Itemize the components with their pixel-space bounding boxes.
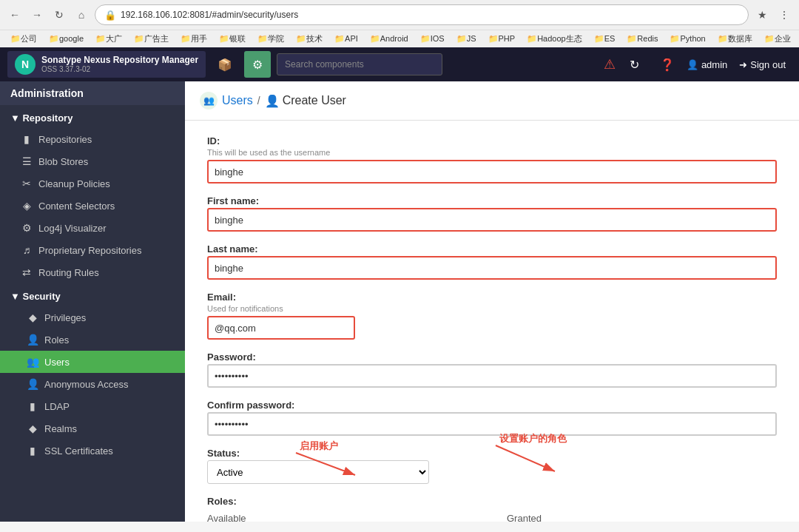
breadcrumb-separator: / <box>257 95 260 107</box>
roles-header: Roles: <box>207 496 777 507</box>
main-layout: Administration ▼ Repository ▮ Repositori… <box>0 81 799 522</box>
sign-out-label: Sign out <box>750 59 786 70</box>
routing-label: Routing Rules <box>38 267 99 278</box>
sidebar-item-repositories[interactable]: ▮ Repositories <box>0 128 185 150</box>
id-input[interactable] <box>207 160 777 183</box>
id-hint: This will be used as the username <box>207 148 777 157</box>
sidebar: Administration ▼ Repository ▮ Repositori… <box>0 81 185 522</box>
username: admin <box>701 59 727 70</box>
ldap-icon: ▮ <box>27 400 38 412</box>
status-field-group: Status: Active Disabled 启 <box>207 448 777 484</box>
header-right: ⚠ ↻ ❓ 👤 admin ➜ Sign out <box>604 51 792 78</box>
users-icon: 👥 <box>27 356 38 368</box>
sidebar-item-routing-rules[interactable]: ⇄ Routing Rules <box>0 261 185 283</box>
bookmark-daguang[interactable]: 📁大广 <box>91 32 127 46</box>
sign-out-button[interactable]: ➜ Sign out <box>733 56 792 73</box>
logo-text: Sonatype Nexus Repository Manager OSS 3.… <box>41 55 198 74</box>
sign-out-icon: ➜ <box>739 59 747 70</box>
bookmark-android[interactable]: 📁Android <box>365 33 413 45</box>
email-input[interactable] <box>207 316 355 340</box>
proprietary-icon: ♬ <box>21 244 33 256</box>
ldap-label: LDAP <box>44 401 70 412</box>
app-title: Sonatype Nexus Repository Manager <box>41 55 198 65</box>
back-button[interactable]: ← <box>6 6 24 24</box>
security-section-header[interactable]: ▼ Security <box>0 283 185 306</box>
sidebar-item-anonymous-access[interactable]: 👤 Anonymous Access <box>0 373 185 395</box>
user-icon: 👤 <box>687 59 698 70</box>
bookmark-yinlian[interactable]: 📁银联 <box>215 32 250 46</box>
roles-icon: 👤 <box>27 334 38 346</box>
bookmark-google[interactable]: 📁google <box>44 33 88 45</box>
search-input[interactable] <box>277 53 442 75</box>
sidebar-item-ssl-certificates[interactable]: ▮ SSL Certificates <box>0 440 185 462</box>
more-button[interactable]: ⋮ <box>775 6 793 24</box>
refresh-app-button[interactable]: ↻ <box>621 51 648 78</box>
available-roles-col: Available ▿ nx-anonymous <box>207 513 477 522</box>
sidebar-item-proprietary-repos[interactable]: ♬ Proprietary Repositories <box>0 239 185 261</box>
content-area: 👥 Users / 👤 Create User ID: This will be… <box>185 81 799 522</box>
set-role-annotation: 设置账户的角色 <box>488 431 651 482</box>
bookmark-redis[interactable]: 📁Redis <box>622 33 662 45</box>
breadcrumb-create-label: Create User <box>283 94 346 107</box>
browser-toolbar: ← → ↻ ⌂ 🔒 192.168.106.102:8081/#admin/se… <box>0 0 799 30</box>
cleanup-label: Cleanup Policies <box>38 178 110 189</box>
extensions-button[interactable]: ★ <box>753 6 771 24</box>
sidebar-item-ldap[interactable]: ▮ LDAP <box>0 395 185 417</box>
bookmark-gongsi[interactable]: 📁公司 <box>6 32 41 46</box>
bookmark-guanggaozhu[interactable]: 📁广告主 <box>129 32 173 46</box>
bookmark-qiye[interactable]: 📁企业 <box>760 32 795 46</box>
sidebar-item-log4j[interactable]: ⚙ Log4j Visualizer <box>0 217 185 239</box>
password-input[interactable] <box>207 364 777 388</box>
lastname-input[interactable] <box>207 256 777 280</box>
create-user-form: ID: This will be used as the username Fi… <box>185 121 799 522</box>
create-user-icon: 👤 <box>265 94 280 108</box>
sidebar-item-content-selectors[interactable]: ◈ Content Selectors <box>0 195 185 217</box>
granted-roles-col: Granted nx-admin <box>507 513 777 522</box>
address-bar: 🔒 192.168.106.102:8081/#admin/security/u… <box>95 4 749 25</box>
firstname-input[interactable] <box>207 208 777 232</box>
sidebar-item-blob-stores[interactable]: ☰ Blob Stores <box>0 150 185 172</box>
refresh-button[interactable]: ↻ <box>50 6 68 24</box>
sidebar-item-cleanup-policies[interactable]: ✂ Cleanup Policies <box>0 172 185 195</box>
bookmark-shujuku[interactable]: 📁数据库 <box>713 32 757 46</box>
bookmark-xueyuan[interactable]: 📁学院 <box>253 32 289 46</box>
id-field-group: ID: This will be used as the username <box>207 135 777 183</box>
password-label: Password: <box>207 351 777 363</box>
lastname-field-group: Last name: <box>207 243 777 280</box>
id-label: ID: <box>207 135 777 147</box>
bookmark-hadoop[interactable]: 📁Hadoop生态 <box>522 32 587 46</box>
email-hint: Used for notifications <box>207 304 777 313</box>
bookmark-yongshou[interactable]: 📁用手 <box>176 32 212 46</box>
repository-section-header[interactable]: ▼ Repository <box>0 105 185 128</box>
sidebar-item-privileges[interactable]: ◆ Privileges <box>0 306 185 329</box>
enable-account-annotation: 启用账户 <box>289 438 436 482</box>
repositories-icon: ▮ <box>21 133 33 145</box>
bookmark-ios[interactable]: 📁IOS <box>416 33 449 45</box>
bookmark-es[interactable]: 📁ES <box>590 33 620 45</box>
sidebar-item-realms[interactable]: ◆ Realms <box>0 417 185 440</box>
breadcrumb-users-link[interactable]: Users <box>222 94 253 107</box>
forward-button[interactable]: → <box>28 6 46 24</box>
granted-header: Granted <box>507 513 777 522</box>
lastname-label: Last name: <box>207 243 777 255</box>
roles-label: Roles <box>44 334 69 346</box>
confirm-password-label: Confirm password: <box>207 400 777 411</box>
security-section-label: ▼ Security <box>10 291 61 302</box>
bookmark-api[interactable]: 📁API <box>330 33 363 45</box>
settings-button[interactable]: ⚙ <box>244 51 271 78</box>
realms-icon: ◆ <box>27 422 38 434</box>
home-button[interactable]: ⌂ <box>73 6 90 24</box>
help-button[interactable]: ❓ <box>654 51 681 78</box>
sidebar-item-roles[interactable]: 👤 Roles <box>0 329 185 351</box>
content-header: 👥 Users / 👤 Create User <box>185 81 799 121</box>
sidebar-item-users[interactable]: 👥 Users <box>0 351 185 373</box>
bookmark-js[interactable]: 📁JS <box>452 33 481 45</box>
svg-text:设置账户的角色: 设置账户的角色 <box>499 433 567 444</box>
bookmark-python[interactable]: 📁Python <box>665 33 709 45</box>
packages-button[interactable]: 📦 <box>212 51 238 78</box>
users-label: Users <box>44 357 70 368</box>
bookmark-php[interactable]: 📁PHP <box>484 33 520 45</box>
ssl-icon: ▮ <box>27 445 38 457</box>
logo-icon: N <box>15 54 36 75</box>
bookmark-jishu[interactable]: 📁技术 <box>291 32 327 46</box>
